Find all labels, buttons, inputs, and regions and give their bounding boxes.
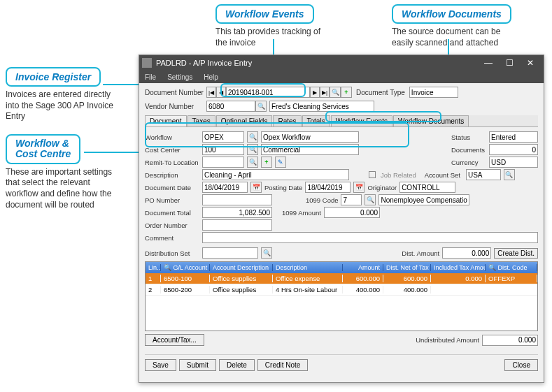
- postdate-calendar-button[interactable]: 📅: [353, 182, 365, 193]
- table-row[interactable]: 26500-200Office supplies4 Hrs On-site La…: [146, 284, 537, 296]
- window-title: PADLRD - A/P Invoice Entry: [156, 59, 252, 67]
- titlebar: PADLRD - A/P Invoice Entry — ☐ ✕: [139, 55, 544, 71]
- originator-input[interactable]: [399, 182, 455, 193]
- code1099-desc: [378, 194, 469, 205]
- ponumber-label: PO Number: [145, 196, 199, 204]
- tab-document[interactable]: Document: [145, 115, 187, 126]
- acctset-search-button[interactable]: 🔍: [504, 169, 515, 180]
- vendor-search-button[interactable]: 🔍: [255, 101, 267, 112]
- footer-buttons: Save Submit Delete Credit Note Close: [145, 354, 538, 371]
- remit-add-button[interactable]: +: [261, 157, 272, 168]
- callout-title: Workflow &Cost Centre: [6, 134, 80, 164]
- callout-title: Invoice Register: [6, 67, 101, 87]
- tab-workflow-documents[interactable]: Workflow Documents: [393, 115, 469, 126]
- documents-label: Documents: [451, 146, 486, 154]
- ordernum-label: Order Number: [145, 222, 199, 229]
- vendor-number-label: Vendor Number: [145, 103, 206, 110]
- docdate-input[interactable]: [202, 182, 248, 193]
- col-lin[interactable]: Lin...: [146, 264, 161, 271]
- remit-search-button[interactable]: 🔍: [247, 157, 258, 168]
- code1099-label: 1099 Code: [306, 196, 338, 204]
- content-area: Document Number |◀ ◀ ▶ ▶| 🔍 + Document T…: [139, 83, 544, 375]
- callout-body: This tab provides tracking of the invoic…: [215, 27, 334, 48]
- col-acctdesc[interactable]: Account Description: [210, 264, 273, 271]
- nav-last-button[interactable]: ▶|: [320, 87, 330, 98]
- save-button[interactable]: Save: [145, 359, 176, 371]
- vendor-row: Vendor Number 🔍: [145, 100, 538, 112]
- remit-label: Remit-To Location: [145, 159, 199, 166]
- doc-type-input[interactable]: [409, 87, 458, 98]
- docdate-label: Document Date: [145, 184, 199, 191]
- minimize-button[interactable]: —: [478, 58, 499, 68]
- close-window-button[interactable]: ✕: [520, 58, 541, 68]
- col-distnet[interactable]: Dist. Net of Tax: [383, 264, 431, 271]
- creditnote-button[interactable]: Credit Note: [257, 359, 309, 371]
- col-amount[interactable]: Amount: [343, 264, 383, 271]
- menu-settings[interactable]: Settings: [162, 73, 198, 81]
- description-input[interactable]: [202, 169, 349, 180]
- menu-help[interactable]: Help: [198, 73, 224, 81]
- ordernum-input[interactable]: [202, 219, 272, 231]
- remit-input[interactable]: [202, 157, 244, 168]
- costcenter-search-button[interactable]: 🔍: [247, 144, 258, 155]
- code1099-input[interactable]: [341, 194, 362, 205]
- ponumber-input[interactable]: [202, 194, 272, 205]
- distset-search-button[interactable]: 🔍: [261, 247, 272, 259]
- callout-title: Workflow Documents: [392, 4, 511, 24]
- amt1099-input[interactable]: [324, 207, 380, 218]
- doc-search-button[interactable]: 🔍: [330, 87, 341, 98]
- tab-optional-fields[interactable]: Optional Fields: [216, 115, 273, 126]
- grid-header: Lin... 🔍 G/L Account Account Description…: [146, 262, 537, 273]
- doctotal-label: Document Total: [145, 209, 199, 217]
- doctotal-input[interactable]: [202, 207, 272, 218]
- jobrelated-label: Job Related: [381, 171, 416, 179]
- distribution-grid[interactable]: Lin... 🔍 G/L Account Account Description…: [145, 261, 538, 331]
- doc-new-button[interactable]: +: [341, 87, 352, 98]
- postdate-input[interactable]: [305, 182, 351, 193]
- menu-file[interactable]: File: [139, 73, 162, 81]
- costcenter-name-display: [261, 144, 359, 155]
- nav-next-button[interactable]: ▶: [310, 87, 320, 98]
- callout-invoice-register: Invoice Register Invoices are entered di…: [6, 67, 125, 122]
- tab-workflow-events[interactable]: Workflow Events: [331, 115, 392, 126]
- distamt-label: Dist. Amount: [402, 249, 439, 257]
- app-window: PADLRD - A/P Invoice Entry — ☐ ✕ File Se…: [139, 55, 544, 383]
- nav-prev-button[interactable]: ◀: [216, 87, 226, 98]
- app-icon: [142, 58, 152, 68]
- workflow-code-input[interactable]: [202, 131, 244, 143]
- remit-edit-button[interactable]: ✎: [275, 157, 286, 168]
- distset-input[interactable]: [202, 247, 258, 259]
- doc-type-label: Document Type: [356, 89, 405, 96]
- comment-input[interactable]: [202, 232, 538, 243]
- createdist-button[interactable]: Create Dist.: [494, 248, 538, 259]
- vendor-number-input[interactable]: [206, 101, 255, 112]
- status-label: Status: [451, 133, 486, 141]
- doc-number-input[interactable]: [226, 87, 310, 98]
- workflow-search-button[interactable]: 🔍: [247, 131, 258, 143]
- doc-number-row: Document Number |◀ ◀ ▶ ▶| 🔍 + Document T…: [145, 86, 538, 99]
- acctset-input[interactable]: [466, 169, 501, 180]
- code1099-search-button[interactable]: 🔍: [365, 194, 376, 205]
- tab-totals[interactable]: Totals: [302, 115, 330, 126]
- maximize-button[interactable]: ☐: [499, 58, 520, 68]
- distamt-input[interactable]: [442, 247, 491, 259]
- postdate-label: Posting Date: [264, 184, 302, 191]
- tab-taxes[interactable]: Taxes: [187, 115, 215, 126]
- tab-rates[interactable]: Rates: [273, 115, 301, 126]
- delete-button[interactable]: Delete: [219, 359, 255, 371]
- docdate-calendar-button[interactable]: 📅: [250, 182, 262, 193]
- status-display: [489, 131, 538, 143]
- nav-first-button[interactable]: |◀: [206, 87, 216, 98]
- table-row[interactable]: 16500-100Office suppliesOffice expense60…: [146, 273, 537, 284]
- currency-display: [489, 157, 538, 168]
- costcenter-code-input[interactable]: [202, 144, 244, 155]
- connector-line: [448, 39, 449, 56]
- jobrelated-checkbox[interactable]: [369, 171, 376, 178]
- submit-button[interactable]: Submit: [179, 359, 216, 371]
- col-desc[interactable]: Description: [273, 264, 343, 271]
- close-button[interactable]: Close: [504, 359, 538, 371]
- accounttax-button[interactable]: Account/Tax...: [145, 334, 204, 346]
- document-form: Workflow 🔍 Status Cost Center 🔍 Document…: [145, 130, 538, 349]
- col-inctax[interactable]: Included Tax Amount: [431, 264, 486, 271]
- callout-workflow-cost: Workflow &Cost Centre These are importan…: [6, 134, 125, 210]
